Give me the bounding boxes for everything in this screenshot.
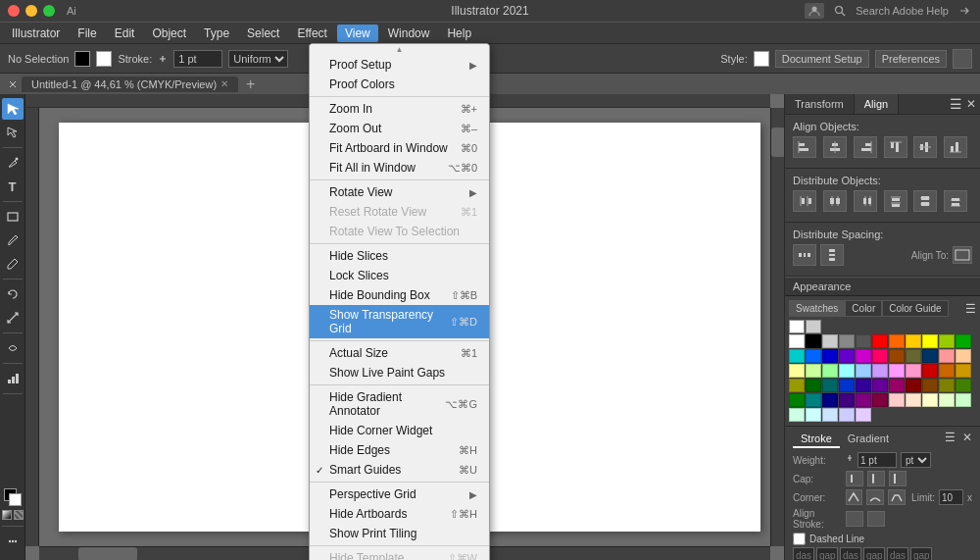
menu-fit-all[interactable]: Fit All in Window ⌥⌘0 bbox=[310, 158, 489, 178]
menu-hide-slices[interactable]: Hide Slices bbox=[310, 246, 489, 266]
separator-3 bbox=[310, 243, 489, 244]
menu-fit-artboard[interactable]: Fit Artboard in Window ⌘0 bbox=[310, 138, 489, 158]
menu-hide-bounding-box[interactable]: Hide Bounding Box ⇧⌘B bbox=[310, 285, 489, 305]
separator-6 bbox=[310, 482, 489, 483]
menu-proof-setup[interactable]: Proof Setup ▶ bbox=[310, 55, 489, 75]
menu-hide-template: Hide Template ⇧⌘W bbox=[310, 548, 489, 560]
scroll-up-arrow[interactable]: ▲ bbox=[310, 44, 489, 55]
menu-lock-slices[interactable]: Lock Slices bbox=[310, 266, 489, 285]
menu-smart-guides[interactable]: ✓ Smart Guides ⌘U bbox=[310, 460, 489, 480]
separator-5 bbox=[310, 384, 489, 385]
separator-4 bbox=[310, 340, 489, 341]
menu-zoom-out[interactable]: Zoom Out ⌘– bbox=[310, 119, 489, 138]
dropdown-overlay[interactable]: ▲ Proof Setup ▶ Proof Colors Zoom In ⌘+ … bbox=[0, 0, 980, 560]
menu-perspective-grid[interactable]: Perspective Grid ▶ bbox=[310, 484, 489, 504]
menu-show-live-paint-gaps[interactable]: Show Live Paint Gaps bbox=[310, 363, 489, 382]
menu-hide-corner-widget[interactable]: Hide Corner Widget bbox=[310, 421, 489, 440]
menu-proof-colors[interactable]: Proof Colors bbox=[310, 75, 489, 94]
menu-rotate-to-selection: Rotate View To Selection bbox=[310, 222, 489, 241]
separator-2 bbox=[310, 179, 489, 180]
menu-show-transparency-grid[interactable]: Show Transparency Grid ⇧⌘D bbox=[310, 305, 489, 338]
menu-rotate-view[interactable]: Rotate View ▶ bbox=[310, 182, 489, 202]
menu-show-print-tiling[interactable]: Show Print Tiling bbox=[310, 524, 489, 543]
separator-7 bbox=[310, 545, 489, 546]
view-dropdown-menu: ▲ Proof Setup ▶ Proof Colors Zoom In ⌘+ … bbox=[309, 43, 490, 560]
menu-actual-size[interactable]: Actual Size ⌘1 bbox=[310, 343, 489, 363]
menu-hide-edges[interactable]: Hide Edges ⌘H bbox=[310, 440, 489, 460]
menu-hide-artboards[interactable]: Hide Artboards ⇧⌘H bbox=[310, 504, 489, 524]
menu-reset-rotate: Reset Rotate View ⌘1 bbox=[310, 202, 489, 222]
menu-hide-gradient-annotator[interactable]: Hide Gradient Annotator ⌥⌘G bbox=[310, 387, 489, 421]
menu-zoom-in[interactable]: Zoom In ⌘+ bbox=[310, 99, 489, 119]
separator-1 bbox=[310, 96, 489, 97]
